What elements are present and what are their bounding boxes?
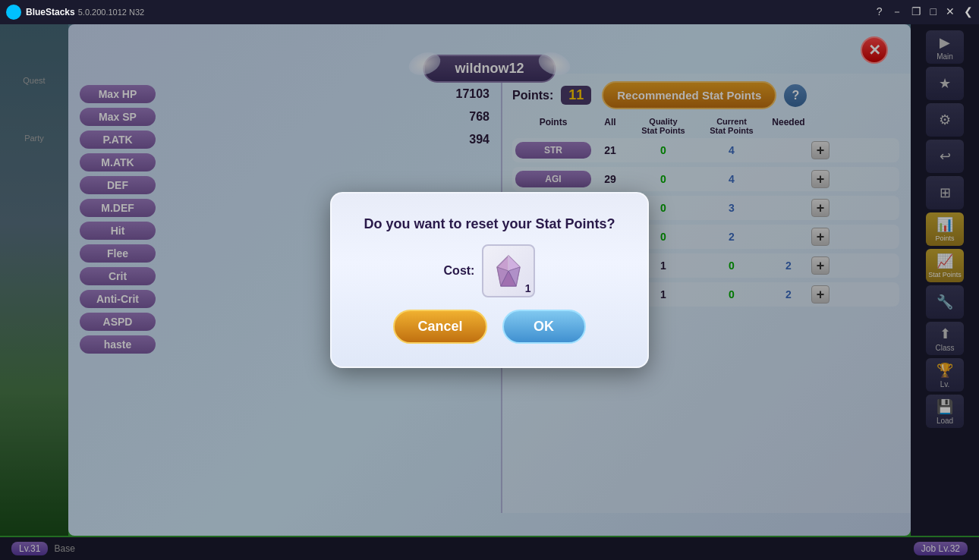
bluestacks-logo [6,5,21,20]
bluestacks-version: 5.0.200.1012 N32 [78,8,144,17]
crystal-icon-svg [490,252,527,290]
item-icon: 1 [482,244,535,297]
dialog-buttons: Cancel OK [393,310,585,344]
dialog-cost-row: Cost: 1 [444,244,536,297]
reset-dialog: Do you want to reset your Stat Points? C… [330,192,649,368]
item-count: 1 [525,282,531,294]
help-icon[interactable]: ? [877,5,883,19]
bluestacks-bar: BlueStacks 5.0.200.1012 N32 ? － ❐ □ ✕ ❮ [0,0,979,24]
back-icon[interactable]: ❮ [964,5,973,19]
cost-label: Cost: [444,264,475,278]
minimize-icon[interactable]: － [892,5,902,19]
bluestacks-controls: ? － ❐ □ ✕ ❮ [877,5,973,19]
window-close-icon[interactable]: ✕ [946,5,955,19]
ok-button[interactable]: OK [502,310,586,344]
maximize-icon[interactable]: □ [930,5,937,19]
bluestacks-title: BlueStacks [26,7,75,17]
cancel-button[interactable]: Cancel [393,310,486,344]
dialog-title: Do you want to reset your Stat Points? [364,216,615,232]
restore-icon[interactable]: ❐ [911,5,921,19]
dialog-overlay: Do you want to reset your Stat Points? C… [0,0,979,560]
